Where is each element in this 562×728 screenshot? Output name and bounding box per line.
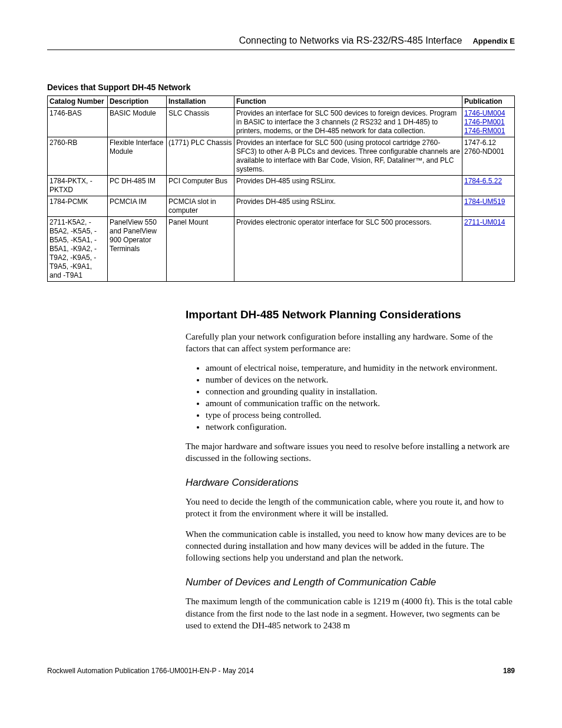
table-row: 1784-PCMKPCMCIA IMPCMCIA slot in compute… xyxy=(48,196,515,217)
list-item: connection and grounding quality in inst… xyxy=(206,387,515,397)
footer-page-number: 189 xyxy=(503,667,515,675)
cell-publication: 2711-UM014 xyxy=(462,217,515,282)
cell-publication: 1747-6.122760-ND001 xyxy=(462,137,515,176)
cell-publication: 1784-UM519 xyxy=(462,196,515,217)
header-appendix-label: Appendix E xyxy=(472,37,515,45)
cell-catalog: 2760-RB xyxy=(48,137,108,176)
cell-publication: 1746-UM0041746-PM0011746-RM001 xyxy=(462,108,515,137)
cell-function: Provides an interface for SLC 500 device… xyxy=(234,108,462,137)
cell-description: PC DH-485 IM xyxy=(108,176,167,196)
devices-table: Catalog Number Description Installation … xyxy=(47,95,515,282)
cell-installation: (1771) PLC Chassis xyxy=(167,137,234,176)
publication-text: 2760-ND001 xyxy=(464,147,504,156)
after-list-paragraph: The major hardware and software issues y… xyxy=(186,440,515,465)
cell-catalog: 1784-PCMK xyxy=(48,196,108,217)
hw-paragraph-1: You need to decide the length of the com… xyxy=(186,496,515,520)
num-devices-heading: Number of Devices and Length of Communic… xyxy=(186,577,515,588)
table-row: 1784-PKTX, -PKTXDPC DH-485 IMPCI Compute… xyxy=(48,176,515,196)
table-row: 2711-K5A2, -B5A2, -K5A5, -B5A5, -K5A1, -… xyxy=(48,217,515,282)
table-title: Devices that Support DH-45 Network xyxy=(47,83,515,92)
table-row: 1746-BASBASIC ModuleSLC ChassisProvides … xyxy=(48,108,515,137)
table-row: 2760-RBFlexible Interface Module(1771) P… xyxy=(48,137,515,176)
publication-link[interactable]: 1746-RM001 xyxy=(464,127,505,135)
cell-installation: Panel Mount xyxy=(167,217,234,282)
col-header-function: Function xyxy=(234,96,462,108)
num-paragraph-1: The maximum length of the communication … xyxy=(186,595,515,631)
publication-link[interactable]: 1784-UM519 xyxy=(464,197,505,206)
list-item: amount of communication traffic on the n… xyxy=(206,398,515,409)
header-title: Connecting to Networks via RS-232/RS-485… xyxy=(239,35,462,46)
hw-paragraph-2: When the communication cable is installe… xyxy=(186,528,515,564)
cell-description: Flexible Interface Module xyxy=(108,137,167,176)
cell-catalog: 2711-K5A2, -B5A2, -K5A5, -B5A5, -K5A1, -… xyxy=(48,217,108,282)
cell-function: Provides an interface for SLC 500 (using… xyxy=(234,137,462,176)
factors-list: amount of electrical noise, temperature,… xyxy=(186,363,515,432)
list-item: network configuration. xyxy=(206,422,515,432)
cell-function: Provides DH-485 using RSLinx. xyxy=(234,176,462,196)
col-header-description: Description xyxy=(108,96,167,108)
list-item: amount of electrical noise, temperature,… xyxy=(206,363,515,373)
publication-link[interactable]: 2711-UM014 xyxy=(464,218,505,226)
col-header-installation: Installation xyxy=(167,96,234,108)
cell-function: Provides electronic operator interface f… xyxy=(234,217,462,282)
cell-installation: PCMCIA slot in computer xyxy=(167,196,234,217)
col-header-publication: Publication xyxy=(462,96,515,108)
cell-function: Provides DH-485 using RSLinx. xyxy=(234,196,462,217)
intro-paragraph: Carefully plan your network configuratio… xyxy=(186,331,515,355)
section-heading: Important DH-485 Network Planning Consid… xyxy=(186,308,515,321)
publication-link[interactable]: 1784-6.5.22 xyxy=(464,177,502,185)
list-item: number of devices on the network. xyxy=(206,375,515,385)
cell-installation: PCI Computer Bus xyxy=(167,176,234,196)
hardware-considerations-heading: Hardware Considerations xyxy=(186,477,515,489)
cell-description: PCMCIA IM xyxy=(108,196,167,217)
cell-catalog: 1746-BAS xyxy=(48,108,108,137)
footer-publication: Rockwell Automation Publication 1766-UM0… xyxy=(47,667,254,675)
publication-link[interactable]: 1746-UM004 xyxy=(464,109,505,117)
cell-description: BASIC Module xyxy=(108,108,167,137)
cell-publication: 1784-6.5.22 xyxy=(462,176,515,196)
cell-installation: SLC Chassis xyxy=(167,108,234,137)
list-item: type of process being controlled. xyxy=(206,410,515,420)
publication-link[interactable]: 1746-PM001 xyxy=(464,118,505,126)
cell-description: PanelView 550 and PanelView 900 Operator… xyxy=(108,217,167,282)
page-header: Connecting to Networks via RS-232/RS-485… xyxy=(47,35,515,50)
table-header-row: Catalog Number Description Installation … xyxy=(48,96,515,108)
col-header-catalog: Catalog Number xyxy=(48,96,108,108)
page-footer: Rockwell Automation Publication 1766-UM0… xyxy=(47,667,515,675)
publication-text: 1747-6.12 xyxy=(464,139,496,147)
cell-catalog: 1784-PKTX, -PKTXD xyxy=(48,176,108,196)
